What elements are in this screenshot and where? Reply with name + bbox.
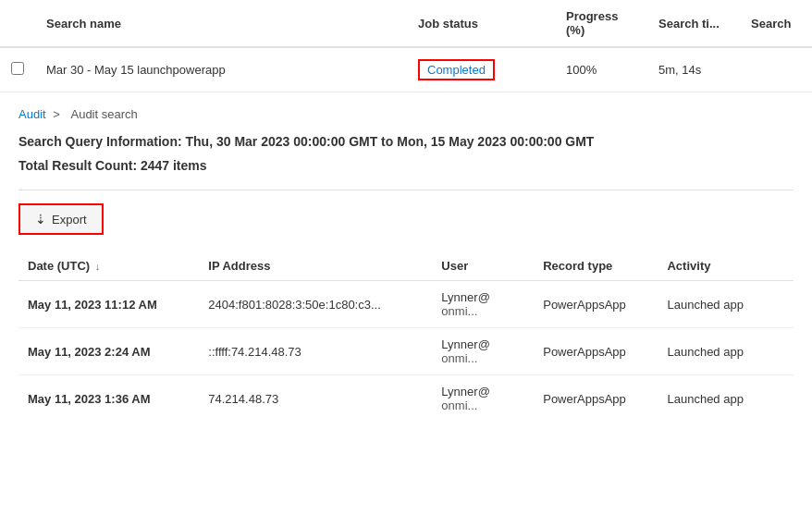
ip-header: IP Address [199,251,432,281]
result-count-text: Total Result Count: 2447 items [18,158,794,173]
audit-results-table: Date (UTC) ↓ IP Address User Record type… [18,251,794,422]
export-label: Export [52,213,87,227]
row-user: Lynner@onmi... [432,375,534,423]
row-record-type: PowerAppsApp [534,281,658,328]
checkbox-header [0,0,35,47]
job-time: 5m, 14s [647,47,740,92]
audit-detail-section: Audit > Audit search Search Query Inform… [0,92,812,436]
search-name-header: Search name [35,0,407,47]
row-activity: Launched app [658,375,794,423]
breadcrumb: Audit > Audit search [18,107,794,121]
sort-icon[interactable]: ↓ [95,261,101,272]
row-record-type: PowerAppsApp [534,375,658,423]
user-header: User [432,251,534,281]
row-user: Lynner@onmi... [432,328,534,375]
date-header: Date (UTC) ↓ [18,251,199,281]
search-action-header: Search [740,0,812,47]
progress-header: Progress (%) [555,0,647,47]
table-row: May 11, 2023 1:36 AM 74.214.48.73 Lynner… [18,375,794,423]
row-ip: 2404:f801:8028:3:50e:1c80:c3... [199,281,432,328]
row-date: May 11, 2023 11:12 AM [18,281,199,328]
row-ip: ::ffff:74.214.48.73 [199,328,432,375]
activity-header: Activity [658,251,794,281]
row-ip: 74.214.48.73 [199,375,432,423]
row-date: May 11, 2023 2:24 AM [18,328,199,375]
job-progress: 100% [555,47,647,92]
row-activity: Launched app [658,281,794,328]
row-record-type: PowerAppsApp [534,328,658,375]
row-date: May 11, 2023 1:36 AM [18,375,199,423]
breadcrumb-audit-link[interactable]: Audit [18,107,46,121]
record-type-header: Record type [534,251,658,281]
breadcrumb-audit-search: Audit search [70,107,137,121]
row-checkbox[interactable] [11,62,24,75]
section-divider [18,190,794,190]
table-row: May 11, 2023 2:24 AM ::ffff:74.214.48.73… [18,328,794,375]
table-row: May 11, 2023 11:12 AM 2404:f801:8028:3:5… [18,281,794,328]
breadcrumb-separator: > [53,107,60,121]
export-button[interactable]: ⇣ Export [18,203,104,235]
job-name: Mar 30 - May 15 launchpowerapp [35,47,407,92]
export-icon: ⇣ [35,212,46,227]
search-job-row: Mar 30 - May 15 launchpowerapp Completed… [0,47,812,92]
job-status-badge: Completed [418,59,495,80]
job-status-header: Job status [407,0,555,47]
row-user: Lynner@onmi... [432,281,534,328]
query-info-text: Search Query Information: Thu, 30 Mar 20… [18,134,794,149]
search-time-header: Search ti... [647,0,740,47]
search-jobs-table: Search name Job status Progress (%) Sear… [0,0,812,92]
row-activity: Launched app [658,328,794,375]
